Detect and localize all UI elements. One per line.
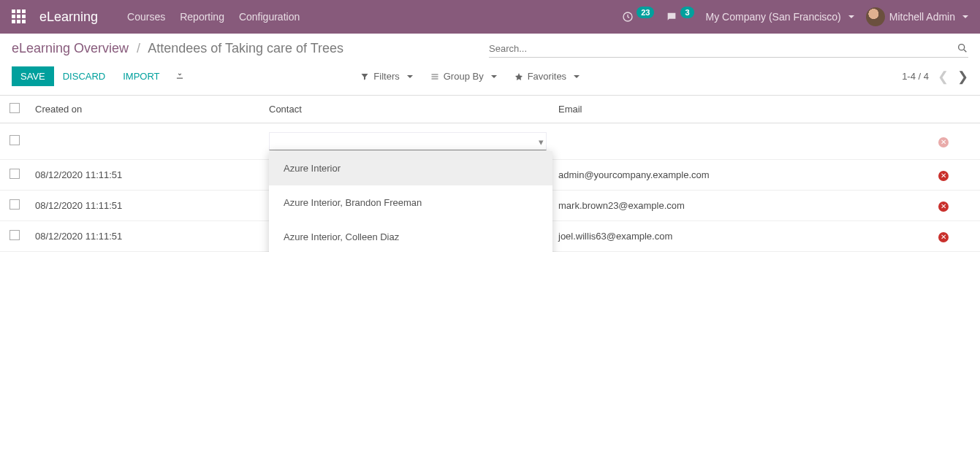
messages-button[interactable]: 3 xyxy=(666,11,694,23)
discard-button[interactable]: Discard xyxy=(54,66,115,86)
attendees-table: Created on Contact Email ▾ Azure Interio… xyxy=(0,96,980,252)
cell-email[interactable]: admin@yourcompany.example.com xyxy=(552,160,907,191)
delete-row-icon[interactable]: ✕ xyxy=(938,202,949,212)
nav-links: Courses Reporting Configuration xyxy=(127,11,300,23)
search-icon[interactable] xyxy=(957,42,968,54)
dropdown-option[interactable]: Azure Interior, Colleen Diaz xyxy=(269,220,552,252)
delete-row-icon[interactable]: ✕ xyxy=(938,171,949,181)
svg-rect-5 xyxy=(431,78,438,79)
filters-label: Filters xyxy=(373,71,399,82)
nav-reporting[interactable]: Reporting xyxy=(180,11,224,23)
breadcrumb-current: Attendees of Taking care of Trees xyxy=(148,41,343,55)
select-all-checkbox[interactable] xyxy=(10,103,20,113)
import-button[interactable]: Import xyxy=(114,66,168,86)
contact-input[interactable] xyxy=(269,132,547,150)
groupby-label: Group By xyxy=(444,71,484,82)
delete-row-icon[interactable]: ✕ xyxy=(938,232,949,242)
user-menu[interactable]: Mitchell Admin xyxy=(866,7,968,26)
contact-input-wrap: ▾ Azure Interior Azure Interior, Brandon… xyxy=(269,132,547,150)
filters-menu[interactable]: Filters xyxy=(360,71,412,82)
list-icon xyxy=(430,72,439,81)
chat-icon xyxy=(666,11,677,23)
activities-badge: 23 xyxy=(637,7,654,18)
favorites-menu[interactable]: Favorites xyxy=(514,71,580,82)
svg-point-1 xyxy=(959,45,965,50)
cell-email[interactable]: mark.brown23@example.com xyxy=(552,191,907,221)
pager: 1-4 / 4 ❮ ❯ xyxy=(902,69,968,85)
row-checkbox[interactable] xyxy=(10,169,20,179)
search-input[interactable] xyxy=(489,43,957,54)
search-box xyxy=(489,39,968,58)
cell-created[interactable]: 08/12/2020 11:11:51 xyxy=(29,191,263,221)
cell-email[interactable]: joel.willis63@example.com xyxy=(552,221,907,252)
apps-icon[interactable] xyxy=(12,9,26,24)
cell-email[interactable] xyxy=(552,123,907,160)
row-checkbox[interactable] xyxy=(10,135,20,145)
svg-rect-4 xyxy=(431,76,438,77)
company-switcher[interactable]: My Company (San Francisco) xyxy=(706,11,854,23)
favorites-label: Favorites xyxy=(528,71,566,82)
brand-title: eLearning xyxy=(39,9,98,25)
delete-row-icon[interactable]: ✕ xyxy=(938,137,949,147)
save-button[interactable]: Save xyxy=(12,66,54,86)
row-checkbox[interactable] xyxy=(10,230,20,240)
col-header-email[interactable]: Email xyxy=(552,96,907,123)
contact-dropdown: Azure Interior Azure Interior, Brandon F… xyxy=(269,151,552,252)
svg-line-2 xyxy=(964,50,966,52)
company-name: My Company (San Francisco) xyxy=(706,11,841,23)
download-icon[interactable] xyxy=(175,70,185,82)
cell-created[interactable]: 08/12/2020 11:11:51 xyxy=(29,160,263,191)
breadcrumb: eLearning Overview / Attendees of Taking… xyxy=(12,41,343,56)
top-navbar: eLearning Courses Reporting Configuratio… xyxy=(0,0,980,34)
nav-configuration[interactable]: Configuration xyxy=(239,11,300,23)
list-view: Created on Contact Email ▾ Azure Interio… xyxy=(0,95,980,252)
funnel-icon xyxy=(360,72,369,81)
clock-icon xyxy=(622,11,634,23)
col-header-created[interactable]: Created on xyxy=(29,96,263,123)
svg-rect-3 xyxy=(431,74,438,74)
table-row-editing: ▾ Azure Interior Azure Interior, Brandon… xyxy=(0,123,980,160)
row-checkbox[interactable] xyxy=(10,199,20,210)
topbar-right: 23 3 My Company (San Francisco) Mitchell… xyxy=(622,7,968,26)
groupby-menu[interactable]: Group By xyxy=(430,71,497,82)
breadcrumb-root[interactable]: eLearning Overview xyxy=(12,41,129,55)
messages-badge: 3 xyxy=(680,7,694,18)
col-header-contact[interactable]: Contact xyxy=(263,96,552,123)
cell-created[interactable] xyxy=(29,123,263,160)
nav-courses[interactable]: Courses xyxy=(127,11,165,23)
dropdown-option[interactable]: Azure Interior, Brandon Freeman xyxy=(269,185,552,220)
avatar-icon xyxy=(866,7,885,26)
pager-next[interactable]: ❯ xyxy=(957,69,968,85)
user-name: Mitchell Admin xyxy=(889,11,955,23)
pager-prev[interactable]: ❮ xyxy=(938,69,949,85)
dropdown-option[interactable]: Azure Interior xyxy=(269,151,552,185)
activities-button[interactable]: 23 xyxy=(622,11,654,23)
breadcrumb-sep: / xyxy=(137,41,140,55)
control-panel: eLearning Overview / Attendees of Taking… xyxy=(0,34,980,95)
pager-range: 1-4 / 4 xyxy=(902,71,929,82)
star-icon xyxy=(514,72,523,81)
search-options: Filters Group By Favorites xyxy=(360,71,726,82)
cell-created[interactable]: 08/12/2020 11:11:51 xyxy=(29,221,263,252)
dropdown-caret-icon[interactable]: ▾ xyxy=(539,136,544,147)
